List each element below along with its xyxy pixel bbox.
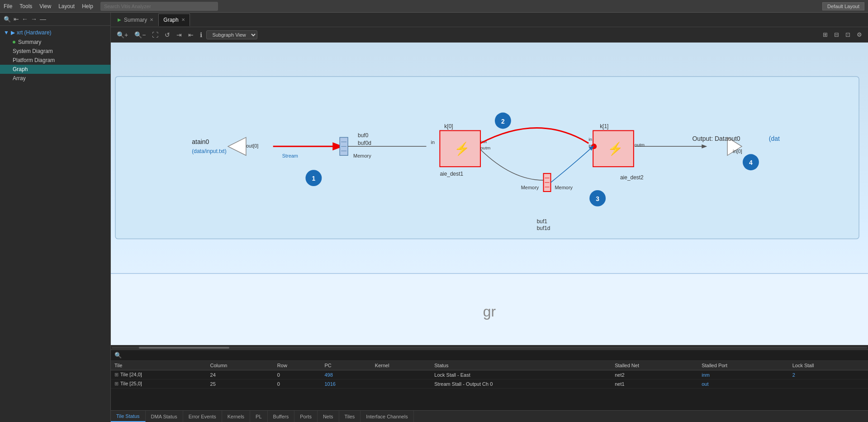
- col-stalled-net: Stalled Net: [611, 361, 698, 370]
- sidebar-collapse-icon[interactable]: ⇤: [14, 15, 19, 23]
- memory-label-1: Memory: [353, 153, 371, 158]
- col-tile: Tile: [111, 361, 207, 370]
- bottom-tab-interface-channels[interactable]: Interface Channels: [360, 411, 413, 422]
- sidebar-prev-icon[interactable]: ←: [22, 15, 28, 23]
- table-container: Tile Column Row PC Kernel Status Stalled…: [111, 361, 868, 410]
- sidebar-summary-label: Summary: [18, 39, 41, 45]
- col-row: Row: [274, 361, 321, 370]
- menu-tools[interactable]: Tools: [19, 3, 32, 10]
- cell-tile: ⊞Tile [25,0]: [111, 379, 207, 388]
- bottom-tab-nets[interactable]: Nets: [318, 411, 339, 422]
- bottom-tab-ports[interactable]: Ports: [294, 411, 318, 422]
- table-header-row: Tile Column Row PC Kernel Status Stalled…: [111, 361, 868, 370]
- zoom-in-button[interactable]: 🔍+: [114, 30, 130, 40]
- menu-view[interactable]: View: [39, 3, 51, 10]
- info-button[interactable]: ℹ: [198, 30, 204, 40]
- scroll-thumb[interactable]: [139, 347, 229, 349]
- in-k1-label: in: [588, 137, 592, 142]
- sidebar-platform-diagram-label: Platform Diagram: [13, 57, 55, 63]
- sidebar-root-item[interactable]: ▼ ▶ xrt (Hardware): [0, 28, 110, 38]
- panel-external-icon[interactable]: ⊡: [843, 30, 853, 39]
- collapse-button[interactable]: ⇥: [174, 30, 184, 40]
- menu-file[interactable]: File: [4, 3, 12, 10]
- menu-help[interactable]: Help: [82, 3, 93, 10]
- sidebar-search-icon[interactable]: 🔍: [4, 16, 11, 23]
- settings-button[interactable]: ⚙: [854, 30, 864, 39]
- tree-run-icon: ▶: [11, 29, 15, 36]
- scroll-track: [112, 347, 867, 349]
- tree-root-label: xrt (Hardware): [17, 29, 52, 36]
- table-row[interactable]: ⊞Tile [25,0] 25 0 1016 Stream Stall - Ou…: [111, 379, 868, 388]
- bottom-search-icon: 🔍: [114, 352, 122, 359]
- table-body: ⊞Tile [24,0] 24 0 498 Lock Stall - East …: [111, 370, 868, 388]
- sidebar-item-array[interactable]: Array: [0, 74, 110, 83]
- sidebar-next-icon[interactable]: →: [31, 15, 37, 23]
- bottom-tab-kernels[interactable]: Kernels: [222, 411, 250, 422]
- bottom-tab-dma-status[interactable]: DMA Status: [146, 411, 183, 422]
- cell-kernel: [371, 370, 431, 379]
- graph-scrollbar[interactable]: [111, 345, 868, 350]
- cell-pc[interactable]: 498: [321, 370, 371, 379]
- graph-toolbar: 🔍+ 🔍− ⛶ ↺ ⇥ ⇤ ℹ Subgraph View ⊞ ⊟ ⊡ ⚙: [111, 27, 868, 43]
- menu-layout[interactable]: Layout: [58, 3, 75, 10]
- in0-label: in[0]: [733, 149, 742, 154]
- status-table: Tile Column Row PC Kernel Status Stalled…: [111, 361, 868, 388]
- col-pc: PC: [321, 361, 371, 370]
- table-row[interactable]: ⊞Tile [24,0] 24 0 498 Lock Stall - East …: [111, 370, 868, 379]
- aie-dest2-label: aie_dest2: [620, 174, 644, 181]
- cell-lock-stall[interactable]: 2: [789, 370, 868, 379]
- cell-stalled-port[interactable]: out: [698, 379, 788, 388]
- k0-label: k[0]: [444, 123, 453, 129]
- bottom-tab-tile-status[interactable]: Tile Status: [111, 411, 146, 422]
- buf0d-label: buf0d: [358, 140, 371, 146]
- sidebar-system-diagram-label: System Diagram: [13, 48, 53, 54]
- col-lock-stall: Lock Stall: [789, 361, 868, 370]
- refresh-button[interactable]: ↺: [162, 30, 172, 40]
- cell-stalled-net: net1: [611, 379, 698, 388]
- cell-lock-stall[interactable]: [789, 379, 868, 388]
- main-layout: 🔍 ⇤ ← → — ▼ ▶ xrt (Hardware) Summary Sys…: [0, 13, 868, 422]
- tab-graph-close[interactable]: ✕: [181, 17, 185, 22]
- bottom-tab-pl[interactable]: PL: [250, 411, 267, 422]
- bottom-tab-error-events[interactable]: Error Events: [183, 411, 222, 422]
- tree-expand-icon: ▼: [4, 29, 9, 36]
- summary-dot-icon: [13, 41, 15, 43]
- outm-k0-label: outm: [480, 145, 490, 150]
- cell-row: 0: [274, 379, 321, 388]
- sidebar-item-graph[interactable]: Graph: [0, 65, 110, 74]
- tab-graph[interactable]: Graph ✕: [158, 14, 190, 26]
- expand-button[interactable]: ⇤: [186, 30, 196, 40]
- tab-bar: ▶ Summary ✕ Graph ✕: [111, 13, 868, 27]
- sidebar-item-summary[interactable]: Summary: [0, 38, 110, 47]
- panel-split-icon[interactable]: ⊞: [821, 30, 830, 39]
- sidebar-item-system-diagram[interactable]: System Diagram: [0, 47, 110, 56]
- tab-summary[interactable]: ▶ Summary ✕: [113, 14, 158, 26]
- layout-button[interactable]: Default Layout: [822, 2, 864, 10]
- fit-button[interactable]: ⛶: [150, 30, 161, 40]
- cell-column: 24: [207, 370, 274, 379]
- buf1d-label: buf1d: [537, 225, 550, 231]
- tab-summary-close[interactable]: ✕: [150, 17, 153, 22]
- memory-label-3: Memory: [555, 185, 573, 190]
- sidebar-graph-label: Graph: [13, 66, 28, 72]
- sidebar-array-label: Array: [13, 75, 26, 82]
- badge-2-text: 2: [501, 118, 505, 125]
- cell-status: Stream Stall - Output Ch 0: [431, 379, 611, 388]
- graph-canvas-area[interactable]: atain0 (data/input.txt) out[0] Stream Me…: [111, 43, 868, 350]
- subgraph-view-select[interactable]: Subgraph View: [206, 30, 257, 39]
- cell-stalled-port[interactable]: inm: [698, 370, 788, 379]
- menu-bar: File Tools View Layout Help Default Layo…: [0, 0, 868, 13]
- panel-split-v-icon[interactable]: ⊟: [832, 30, 841, 39]
- gr-label: gr: [483, 303, 496, 320]
- sidebar-item-platform-diagram[interactable]: Platform Diagram: [0, 56, 110, 65]
- zoom-out-button[interactable]: 🔍−: [132, 30, 148, 40]
- sidebar-toolbar: 🔍 ⇤ ← → —: [0, 13, 110, 26]
- bottom-tab-buffers[interactable]: Buffers: [268, 411, 295, 422]
- output-suffix-label: (dat: [769, 135, 780, 142]
- bottom-panel: 🔍 Tile Column Row PC Kernel Status Stall…: [111, 350, 868, 422]
- cell-pc[interactable]: 1016: [321, 379, 371, 388]
- sidebar-close-icon[interactable]: —: [40, 15, 46, 23]
- global-search-input[interactable]: [100, 2, 218, 11]
- cell-kernel: [371, 379, 431, 388]
- bottom-tab-tiles[interactable]: Tiles: [339, 411, 361, 422]
